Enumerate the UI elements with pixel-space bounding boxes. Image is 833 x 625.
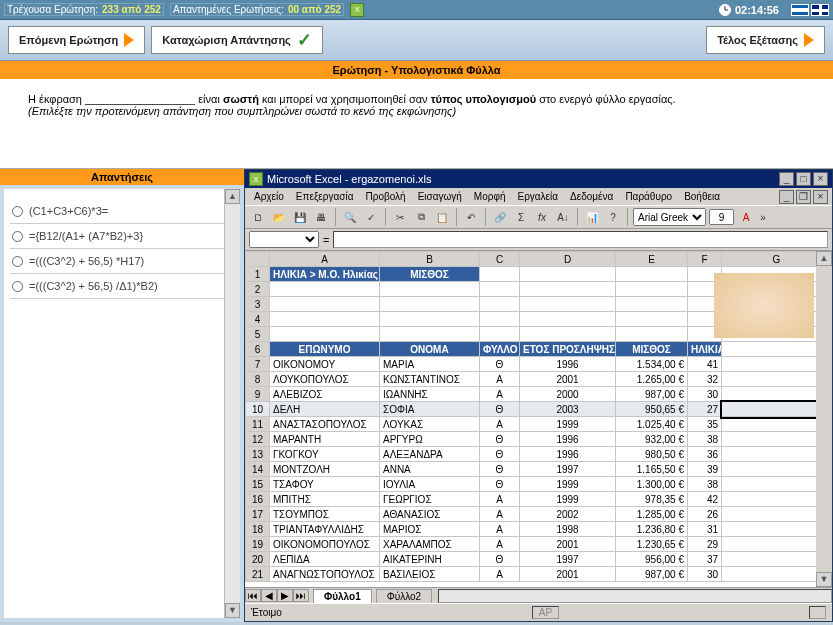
cell[interactable] [722, 477, 832, 492]
menu-help[interactable]: Βοήθεια [679, 189, 725, 204]
cell[interactable]: ΒΑΣΙΛΕΙΟΣ [380, 567, 480, 582]
cell[interactable]: ΛΕΠΙΔΑ [270, 552, 380, 567]
cell[interactable]: 1996 [520, 447, 616, 462]
menu-view[interactable]: Προβολή [360, 189, 410, 204]
sheet-scrollbar-v[interactable]: ▲ ▼ [816, 251, 832, 587]
cell[interactable] [616, 312, 688, 327]
cell[interactable]: ΟΙΚΟΝΟΜΟΥ [270, 357, 380, 372]
cell[interactable]: ΑΛΕΞΑΝΔΡΑ [380, 447, 480, 462]
cell[interactable]: ΑΝΑΣΤΑΣΟΠΟΥΛΟΣ [270, 417, 380, 432]
chart-icon[interactable]: 📊 [583, 208, 601, 226]
menu-data[interactable]: Δεδομένα [565, 189, 618, 204]
flag-en-icon[interactable] [811, 4, 829, 16]
cell[interactable] [480, 327, 520, 342]
row-header[interactable]: 1 [246, 267, 270, 282]
cell[interactable]: ΑΝΝΑ [380, 462, 480, 477]
cell[interactable] [722, 372, 832, 387]
sheet-nav-last-icon[interactable]: ⏭ [293, 589, 309, 602]
cell[interactable] [722, 387, 832, 402]
cell[interactable]: Α [480, 567, 520, 582]
cell[interactable] [480, 297, 520, 312]
col-header[interactable]: C [480, 252, 520, 267]
paste-icon[interactable]: 📋 [433, 208, 451, 226]
cell[interactable] [722, 342, 832, 357]
menu-format[interactable]: Μορφή [469, 189, 511, 204]
help-icon[interactable]: ? [604, 208, 622, 226]
radio-icon[interactable] [12, 231, 23, 242]
row-header[interactable]: 9 [246, 387, 270, 402]
cell[interactable]: 1.285,00 € [616, 507, 688, 522]
col-header[interactable]: F [688, 252, 722, 267]
cell[interactable]: Α [480, 507, 520, 522]
cell[interactable]: 950,65 € [616, 402, 688, 417]
sheet-tab-active[interactable]: Φύλλο1 [313, 589, 372, 603]
sheet-nav-next-icon[interactable]: ▶ [277, 589, 293, 602]
row-header[interactable]: 17 [246, 507, 270, 522]
cell[interactable]: Α [480, 492, 520, 507]
cell[interactable] [722, 462, 832, 477]
scroll-down-icon[interactable]: ▼ [225, 603, 240, 618]
cell[interactable]: 1999 [520, 492, 616, 507]
cell[interactable]: ΜΙΣΘΟΣ [616, 342, 688, 357]
cell[interactable]: ΙΩΑΝΝΗΣ [380, 387, 480, 402]
row-header[interactable]: 2 [246, 282, 270, 297]
cell[interactable]: Θ [480, 552, 520, 567]
col-header[interactable]: A [270, 252, 380, 267]
cell[interactable]: 956,00 € [616, 552, 688, 567]
row-header[interactable]: 18 [246, 522, 270, 537]
cell[interactable] [520, 297, 616, 312]
open-icon[interactable]: 📂 [270, 208, 288, 226]
row-header[interactable]: 7 [246, 357, 270, 372]
sort-asc-icon[interactable]: A↓ [554, 208, 572, 226]
cell[interactable]: 1.534,00 € [616, 357, 688, 372]
cell[interactable] [520, 267, 616, 282]
cell[interactable]: ΕΤΟΣ ΠΡΟΣΛΗΨΗΣ [520, 342, 616, 357]
cell[interactable]: 932,00 € [616, 432, 688, 447]
cell[interactable]: ΜΙΣΘΟΣ [380, 267, 480, 282]
answer-option[interactable]: (C1+C3+C6)*3= [10, 199, 234, 224]
row-header[interactable]: 10 [246, 402, 270, 417]
cell[interactable]: 32 [688, 372, 722, 387]
cell[interactable]: ΤΣΟΥΜΠΟΣ [270, 507, 380, 522]
cell[interactable]: 30 [688, 387, 722, 402]
cell[interactable]: Θ [480, 357, 520, 372]
cell[interactable]: Α [480, 417, 520, 432]
cell[interactable]: Α [480, 387, 520, 402]
answer-option[interactable]: ={B12/(A1+ (A7*B2)+3} [10, 224, 234, 249]
cell[interactable]: 1.025,40 € [616, 417, 688, 432]
scroll-up-icon[interactable]: ▲ [816, 251, 832, 266]
row-header[interactable]: 4 [246, 312, 270, 327]
fx-icon[interactable]: fx [533, 208, 551, 226]
cell[interactable] [480, 312, 520, 327]
cell[interactable]: 26 [688, 507, 722, 522]
cell[interactable]: 39 [688, 462, 722, 477]
cell[interactable] [722, 567, 832, 582]
answer-option[interactable]: =(((C3^2) + 56,5) /Δ1)*B2) [10, 274, 234, 299]
cell[interactable]: 35 [688, 417, 722, 432]
cell[interactable]: 42 [688, 492, 722, 507]
cell[interactable] [616, 282, 688, 297]
cell[interactable]: ΑΝΑΓΝΩΣΤΟΠΟΥΛΟΣ [270, 567, 380, 582]
cell[interactable]: ΟΝΟΜΑ [380, 342, 480, 357]
new-icon[interactable]: 🗋 [249, 208, 267, 226]
undo-icon[interactable]: ↶ [462, 208, 480, 226]
menu-insert[interactable]: Εισαγωγή [413, 189, 467, 204]
cell[interactable]: ΓΚΟΓΚΟΥ [270, 447, 380, 462]
cell[interactable] [270, 312, 380, 327]
cell[interactable]: 1.265,00 € [616, 372, 688, 387]
cell[interactable] [380, 312, 480, 327]
spell-icon[interactable]: ✓ [362, 208, 380, 226]
cell[interactable]: 1998 [520, 522, 616, 537]
row-header[interactable]: 11 [246, 417, 270, 432]
doc-minimize-button[interactable]: _ [779, 190, 794, 204]
sheet-nav-prev-icon[interactable]: ◀ [261, 589, 277, 602]
cell[interactable]: ΔΕΛΗ [270, 402, 380, 417]
excel-icon[interactable]: X [350, 3, 364, 17]
formula-bar[interactable] [333, 231, 828, 248]
row-header[interactable]: 15 [246, 477, 270, 492]
doc-restore-button[interactable]: ❐ [796, 190, 811, 204]
scroll-down-icon[interactable]: ▼ [816, 572, 832, 587]
cell[interactable]: 1997 [520, 462, 616, 477]
row-header[interactable]: 12 [246, 432, 270, 447]
menu-window[interactable]: Παράθυρο [620, 189, 677, 204]
